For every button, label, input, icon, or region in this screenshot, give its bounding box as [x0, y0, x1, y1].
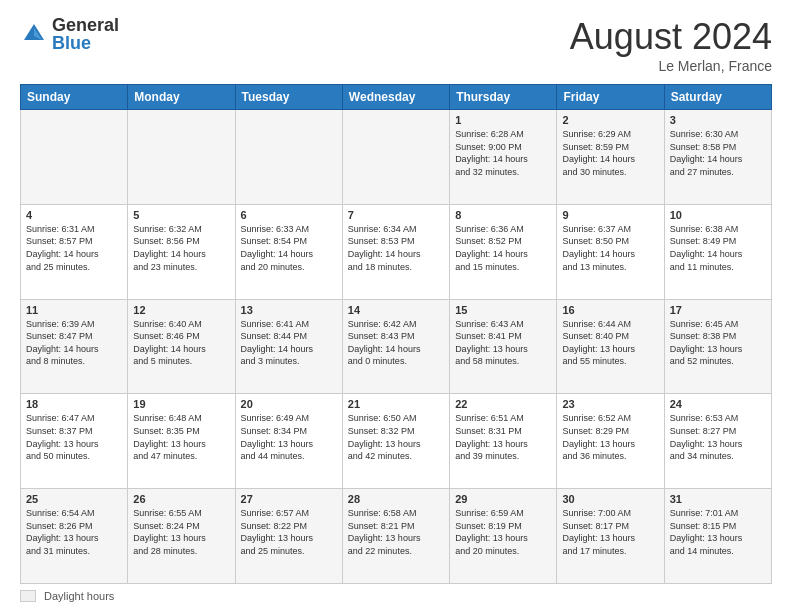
cell-w5-d4: 28Sunrise: 6:58 AM Sunset: 8:21 PM Dayli…	[342, 489, 449, 584]
day-number: 15	[455, 304, 551, 316]
cell-w4-d4: 21Sunrise: 6:50 AM Sunset: 8:32 PM Dayli…	[342, 394, 449, 489]
cell-w4-d1: 18Sunrise: 6:47 AM Sunset: 8:37 PM Dayli…	[21, 394, 128, 489]
day-info: Sunrise: 6:43 AM Sunset: 8:41 PM Dayligh…	[455, 318, 551, 368]
day-number: 3	[670, 114, 766, 126]
cell-w4-d7: 24Sunrise: 6:53 AM Sunset: 8:27 PM Dayli…	[664, 394, 771, 489]
logo-text: General Blue	[52, 16, 119, 52]
cell-w5-d5: 29Sunrise: 6:59 AM Sunset: 8:19 PM Dayli…	[450, 489, 557, 584]
cell-w5-d2: 26Sunrise: 6:55 AM Sunset: 8:24 PM Dayli…	[128, 489, 235, 584]
cell-w3-d2: 12Sunrise: 6:40 AM Sunset: 8:46 PM Dayli…	[128, 299, 235, 394]
day-number: 5	[133, 209, 229, 221]
header-thursday: Thursday	[450, 85, 557, 110]
cell-w2-d6: 9Sunrise: 6:37 AM Sunset: 8:50 PM Daylig…	[557, 204, 664, 299]
day-info: Sunrise: 6:29 AM Sunset: 8:59 PM Dayligh…	[562, 128, 658, 178]
cell-w5-d3: 27Sunrise: 6:57 AM Sunset: 8:22 PM Dayli…	[235, 489, 342, 584]
day-number: 4	[26, 209, 122, 221]
day-number: 27	[241, 493, 337, 505]
calendar: SundayMondayTuesdayWednesdayThursdayFrid…	[20, 84, 772, 584]
week-row-1: 1Sunrise: 6:28 AM Sunset: 9:00 PM Daylig…	[21, 110, 772, 205]
day-info: Sunrise: 6:44 AM Sunset: 8:40 PM Dayligh…	[562, 318, 658, 368]
day-info: Sunrise: 6:55 AM Sunset: 8:24 PM Dayligh…	[133, 507, 229, 557]
day-number: 18	[26, 398, 122, 410]
day-info: Sunrise: 6:50 AM Sunset: 8:32 PM Dayligh…	[348, 412, 444, 462]
day-number: 7	[348, 209, 444, 221]
day-number: 23	[562, 398, 658, 410]
page: General Blue August 2024 Le Merlan, Fran…	[0, 0, 792, 612]
header-row: SundayMondayTuesdayWednesdayThursdayFrid…	[21, 85, 772, 110]
cell-w1-d7: 3Sunrise: 6:30 AM Sunset: 8:58 PM Daylig…	[664, 110, 771, 205]
title-block: August 2024 Le Merlan, France	[570, 16, 772, 74]
logo: General Blue	[20, 16, 119, 52]
day-info: Sunrise: 6:31 AM Sunset: 8:57 PM Dayligh…	[26, 223, 122, 273]
cell-w3-d7: 17Sunrise: 6:45 AM Sunset: 8:38 PM Dayli…	[664, 299, 771, 394]
header-friday: Friday	[557, 85, 664, 110]
daylight-label: Daylight hours	[44, 590, 114, 602]
day-info: Sunrise: 6:32 AM Sunset: 8:56 PM Dayligh…	[133, 223, 229, 273]
cell-w4-d3: 20Sunrise: 6:49 AM Sunset: 8:34 PM Dayli…	[235, 394, 342, 489]
day-info: Sunrise: 7:01 AM Sunset: 8:15 PM Dayligh…	[670, 507, 766, 557]
week-row-2: 4Sunrise: 6:31 AM Sunset: 8:57 PM Daylig…	[21, 204, 772, 299]
day-number: 8	[455, 209, 551, 221]
footer: Daylight hours	[20, 590, 772, 602]
header-saturday: Saturday	[664, 85, 771, 110]
cell-w4-d5: 22Sunrise: 6:51 AM Sunset: 8:31 PM Dayli…	[450, 394, 557, 489]
header-wednesday: Wednesday	[342, 85, 449, 110]
day-number: 10	[670, 209, 766, 221]
day-info: Sunrise: 6:37 AM Sunset: 8:50 PM Dayligh…	[562, 223, 658, 273]
calendar-body: 1Sunrise: 6:28 AM Sunset: 9:00 PM Daylig…	[21, 110, 772, 584]
day-number: 22	[455, 398, 551, 410]
daylight-box-icon	[20, 590, 36, 602]
day-info: Sunrise: 6:48 AM Sunset: 8:35 PM Dayligh…	[133, 412, 229, 462]
cell-w1-d1	[21, 110, 128, 205]
month-year: August 2024	[570, 16, 772, 58]
day-number: 28	[348, 493, 444, 505]
day-number: 11	[26, 304, 122, 316]
day-number: 31	[670, 493, 766, 505]
day-info: Sunrise: 6:57 AM Sunset: 8:22 PM Dayligh…	[241, 507, 337, 557]
day-number: 24	[670, 398, 766, 410]
day-number: 12	[133, 304, 229, 316]
cell-w3-d3: 13Sunrise: 6:41 AM Sunset: 8:44 PM Dayli…	[235, 299, 342, 394]
day-info: Sunrise: 6:47 AM Sunset: 8:37 PM Dayligh…	[26, 412, 122, 462]
day-info: Sunrise: 6:53 AM Sunset: 8:27 PM Dayligh…	[670, 412, 766, 462]
day-number: 25	[26, 493, 122, 505]
day-number: 21	[348, 398, 444, 410]
calendar-table: SundayMondayTuesdayWednesdayThursdayFrid…	[20, 84, 772, 584]
cell-w1-d4	[342, 110, 449, 205]
cell-w4-d6: 23Sunrise: 6:52 AM Sunset: 8:29 PM Dayli…	[557, 394, 664, 489]
cell-w5-d6: 30Sunrise: 7:00 AM Sunset: 8:17 PM Dayli…	[557, 489, 664, 584]
location: Le Merlan, France	[570, 58, 772, 74]
header-sunday: Sunday	[21, 85, 128, 110]
day-number: 14	[348, 304, 444, 316]
week-row-5: 25Sunrise: 6:54 AM Sunset: 8:26 PM Dayli…	[21, 489, 772, 584]
cell-w2-d7: 10Sunrise: 6:38 AM Sunset: 8:49 PM Dayli…	[664, 204, 771, 299]
week-row-3: 11Sunrise: 6:39 AM Sunset: 8:47 PM Dayli…	[21, 299, 772, 394]
day-info: Sunrise: 6:39 AM Sunset: 8:47 PM Dayligh…	[26, 318, 122, 368]
cell-w3-d1: 11Sunrise: 6:39 AM Sunset: 8:47 PM Dayli…	[21, 299, 128, 394]
header-tuesday: Tuesday	[235, 85, 342, 110]
day-info: Sunrise: 6:28 AM Sunset: 9:00 PM Dayligh…	[455, 128, 551, 178]
day-info: Sunrise: 6:58 AM Sunset: 8:21 PM Dayligh…	[348, 507, 444, 557]
cell-w4-d2: 19Sunrise: 6:48 AM Sunset: 8:35 PM Dayli…	[128, 394, 235, 489]
day-number: 19	[133, 398, 229, 410]
day-number: 29	[455, 493, 551, 505]
day-info: Sunrise: 6:33 AM Sunset: 8:54 PM Dayligh…	[241, 223, 337, 273]
cell-w3-d4: 14Sunrise: 6:42 AM Sunset: 8:43 PM Dayli…	[342, 299, 449, 394]
logo-icon	[20, 20, 48, 48]
cell-w3-d6: 16Sunrise: 6:44 AM Sunset: 8:40 PM Dayli…	[557, 299, 664, 394]
day-number: 26	[133, 493, 229, 505]
cell-w5-d7: 31Sunrise: 7:01 AM Sunset: 8:15 PM Dayli…	[664, 489, 771, 584]
day-info: Sunrise: 7:00 AM Sunset: 8:17 PM Dayligh…	[562, 507, 658, 557]
day-info: Sunrise: 6:51 AM Sunset: 8:31 PM Dayligh…	[455, 412, 551, 462]
cell-w3-d5: 15Sunrise: 6:43 AM Sunset: 8:41 PM Dayli…	[450, 299, 557, 394]
cell-w2-d1: 4Sunrise: 6:31 AM Sunset: 8:57 PM Daylig…	[21, 204, 128, 299]
day-number: 2	[562, 114, 658, 126]
day-number: 1	[455, 114, 551, 126]
day-info: Sunrise: 6:45 AM Sunset: 8:38 PM Dayligh…	[670, 318, 766, 368]
header: General Blue August 2024 Le Merlan, Fran…	[20, 16, 772, 74]
day-number: 20	[241, 398, 337, 410]
cell-w2-d2: 5Sunrise: 6:32 AM Sunset: 8:56 PM Daylig…	[128, 204, 235, 299]
cell-w5-d1: 25Sunrise: 6:54 AM Sunset: 8:26 PM Dayli…	[21, 489, 128, 584]
cell-w2-d3: 6Sunrise: 6:33 AM Sunset: 8:54 PM Daylig…	[235, 204, 342, 299]
cell-w2-d5: 8Sunrise: 6:36 AM Sunset: 8:52 PM Daylig…	[450, 204, 557, 299]
